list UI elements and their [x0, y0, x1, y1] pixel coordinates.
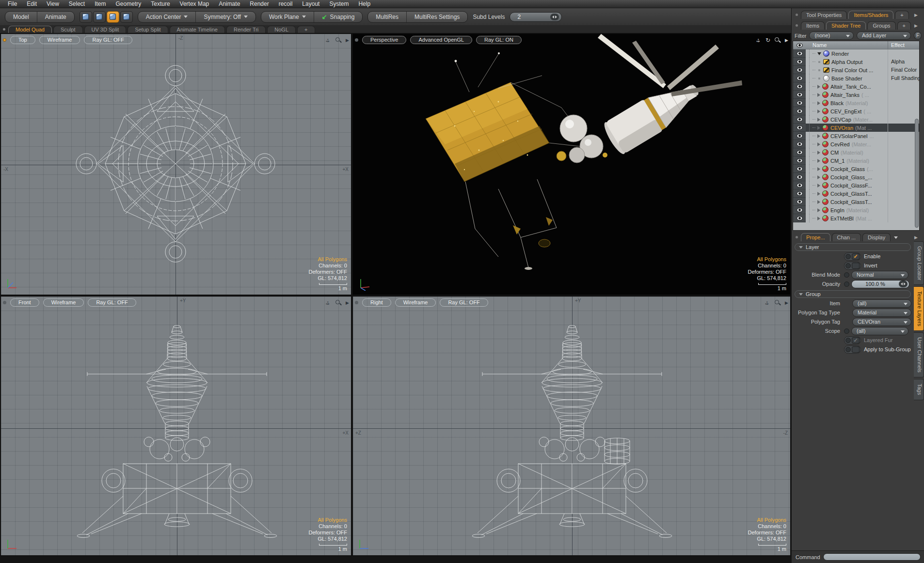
- eye-icon[interactable]: [797, 208, 803, 212]
- viewport-front[interactable]: +Y +X Front Wireframe Ray GL: OFF ↔↕ ▶ A…: [1, 297, 351, 555]
- layer-cell[interactable]: Cockpit_GlassF...: [806, 181, 888, 189]
- viewport-type-button[interactable]: Front: [10, 298, 39, 307]
- panel-tab[interactable]: Chan ...: [832, 233, 861, 241]
- shader-tree-row[interactable]: EngIn (Material): [793, 206, 919, 214]
- expander-icon[interactable]: [817, 126, 820, 130]
- viewport-menu-icon[interactable]: ▶: [785, 38, 788, 43]
- raygl-button[interactable]: Ray GL: OFF: [440, 298, 488, 307]
- menu-item[interactable]: Animate: [214, 0, 245, 7]
- panel-tab[interactable]: Groups: [867, 21, 895, 30]
- visibility-cell[interactable]: [793, 156, 806, 165]
- viewport-top[interactable]: -Z -X +X Top Wireframe Ray GL: OFF ↔↕ ▶ …: [1, 34, 351, 295]
- tab-overflow-icon[interactable]: ▶: [914, 23, 918, 30]
- menu-item[interactable]: Layout: [297, 0, 324, 7]
- side-tab[interactable]: Texture Layers: [914, 286, 924, 331]
- expander-icon[interactable]: [817, 167, 820, 171]
- layer-cell[interactable]: Cockpit_Glass (...: [806, 165, 888, 173]
- eye-icon[interactable]: [797, 175, 803, 179]
- layout-tab[interactable]: Sculpt: [53, 26, 83, 33]
- shader-tree-row[interactable]: Altair_Tanks ( ...: [793, 91, 919, 99]
- eye-icon[interactable]: [797, 109, 803, 113]
- shader-tree-row[interactable]: Final Color Out ... Final Color: [793, 66, 919, 74]
- expander-icon[interactable]: [817, 118, 820, 122]
- channel-toggle-icon[interactable]: [844, 272, 849, 278]
- visibility-cell[interactable]: [793, 115, 806, 124]
- zoom-icon[interactable]: [335, 37, 342, 44]
- expander-icon[interactable]: [817, 142, 820, 146]
- layer-cell[interactable]: Cockpit_GlassT...: [806, 198, 888, 206]
- menu-item[interactable]: Item: [90, 0, 111, 7]
- layer-cell[interactable]: Cockpit_GlassT...: [806, 189, 888, 198]
- menu-item[interactable]: Vertex Map: [175, 0, 214, 7]
- viewport-type-button[interactable]: Right: [362, 298, 391, 307]
- scope-dropdown[interactable]: (all): [851, 327, 908, 335]
- visibility-cell[interactable]: [793, 124, 806, 132]
- shading-mode-button[interactable]: Advanced OpenGL: [410, 36, 472, 44]
- command-input[interactable]: [823, 553, 921, 561]
- expander-icon[interactable]: [818, 69, 820, 71]
- subd-levels-field[interactable]: 2: [510, 12, 562, 22]
- shader-tree-row[interactable]: CM_1 (Material): [793, 156, 919, 165]
- eye-icon[interactable]: [797, 191, 803, 196]
- checkbox-icon[interactable]: [852, 263, 860, 269]
- eye-icon[interactable]: [797, 84, 803, 89]
- layout-tab[interactable]: +: [297, 26, 315, 33]
- expander-icon[interactable]: [817, 159, 820, 163]
- raygl-button[interactable]: Ray GL: OFF: [84, 36, 132, 44]
- layout-tab[interactable]: UV 3D Split: [84, 26, 127, 33]
- menu-item[interactable]: System: [324, 0, 353, 7]
- visibility-cell[interactable]: [793, 206, 806, 214]
- eye-icon[interactable]: [797, 142, 803, 146]
- expander-icon[interactable]: [817, 101, 820, 105]
- visibility-cell[interactable]: [793, 214, 806, 222]
- visibility-cell[interactable]: [793, 198, 806, 206]
- blend-mode-dropdown[interactable]: Normal: [851, 271, 908, 279]
- visibility-cell[interactable]: [793, 74, 806, 82]
- visibility-cell[interactable]: [793, 148, 806, 156]
- visibility-cell[interactable]: [793, 58, 806, 66]
- eye-icon[interactable]: [797, 117, 803, 122]
- layer-cell[interactable]: CEVOran (Mat ...: [806, 124, 888, 132]
- chevron-down-icon[interactable]: [894, 236, 898, 239]
- action-center-dropdown[interactable]: Action Center: [138, 12, 196, 22]
- eye-icon[interactable]: [797, 101, 803, 105]
- shader-tree-row[interactable]: CevRed (Mater...: [793, 140, 919, 148]
- model-mode-button[interactable]: Model: [5, 12, 37, 22]
- panel-tab[interactable]: +: [897, 21, 911, 30]
- layer-cell[interactable]: EngIn (Material): [806, 206, 888, 214]
- invert-checkbox[interactable]: [844, 262, 861, 270]
- expander-icon[interactable]: [817, 217, 820, 220]
- eye-icon[interactable]: [797, 125, 803, 130]
- viewport-menu-icon[interactable]: ▶: [785, 300, 788, 305]
- panel-tab[interactable]: Display: [862, 233, 891, 241]
- effect-column-header[interactable]: Effect: [888, 41, 919, 49]
- panel-tab[interactable]: Tool Properties: [801, 11, 847, 19]
- shader-tree-row[interactable]: ExTMetBl (Mat ...: [793, 214, 919, 222]
- shader-tree-row[interactable]: Cockpit_Glass_...: [793, 173, 919, 181]
- visibility-cell[interactable]: [793, 140, 806, 148]
- viewport-type-button[interactable]: Top: [10, 36, 35, 44]
- visibility-cell[interactable]: [793, 49, 806, 58]
- shading-mode-button[interactable]: Wireframe: [395, 298, 436, 307]
- panel-tab[interactable]: Items/Shaders: [848, 11, 893, 19]
- snapping-button[interactable]: ↙Snapping: [314, 12, 363, 22]
- shader-tree-row[interactable]: Render: [793, 49, 919, 58]
- layer-cell[interactable]: Render: [806, 49, 888, 58]
- layered-fur-checkbox[interactable]: ✓: [844, 336, 861, 344]
- pan-icon[interactable]: ↔↕: [755, 37, 762, 44]
- visibility-cell[interactable]: [793, 173, 806, 181]
- menu-item[interactable]: Geometry: [111, 0, 146, 7]
- panel-tab[interactable]: Items: [801, 21, 825, 30]
- visibility-cell[interactable]: [793, 189, 806, 198]
- side-tab[interactable]: User Channels: [914, 332, 924, 377]
- shader-tree-row[interactable]: Altair_Tank_Co...: [793, 82, 919, 91]
- eye-icon[interactable]: [797, 60, 803, 64]
- stepper-icon[interactable]: [550, 14, 559, 20]
- expander-icon[interactable]: [817, 151, 820, 155]
- panel-widget-icon[interactable]: [796, 24, 798, 27]
- zoom-icon[interactable]: [774, 37, 781, 44]
- eye-icon[interactable]: [797, 216, 803, 220]
- eye-icon[interactable]: [797, 76, 803, 80]
- side-tab[interactable]: Group Locator: [914, 241, 924, 285]
- panel-tab[interactable]: Prope...: [801, 233, 830, 241]
